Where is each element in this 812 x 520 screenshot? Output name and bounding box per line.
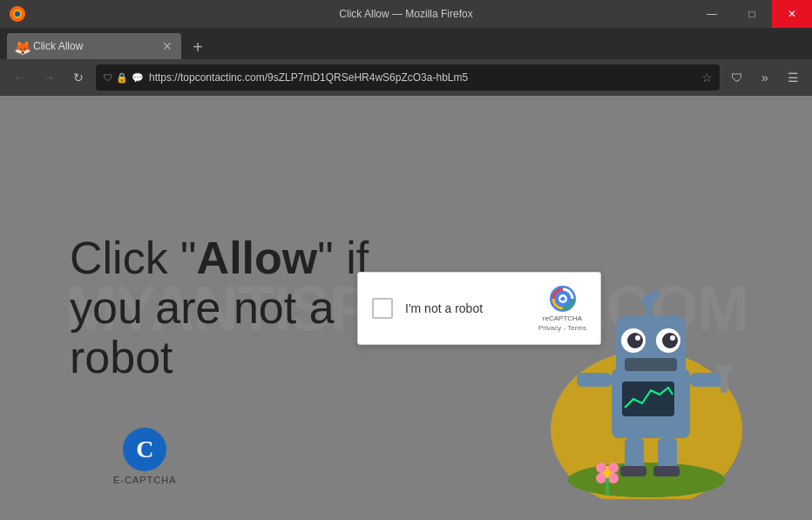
svg-rect-23 — [658, 438, 677, 469]
tab-bar: 🦊 Click Allow ✕ + — [0, 28, 812, 59]
svg-rect-31 — [606, 478, 609, 496]
svg-point-9 — [627, 333, 643, 348]
svg-rect-21 — [716, 365, 732, 372]
shield-toolbar-icon[interactable]: 🛡 — [725, 65, 749, 90]
new-tab-button[interactable]: + — [185, 35, 211, 59]
ecaptcha-logo: C E-CAPTCHA — [113, 428, 177, 485]
svg-point-11 — [635, 335, 640, 341]
recaptcha-logo-icon — [549, 285, 577, 313]
line1-prefix: Click " — [70, 233, 197, 283]
svg-rect-18 — [577, 373, 612, 387]
back-button[interactable]: ← — [7, 65, 31, 90]
recaptcha-checkbox[interactable] — [372, 298, 393, 319]
svg-point-27 — [596, 463, 606, 473]
svg-point-10 — [662, 333, 678, 348]
recaptcha-privacy-link[interactable]: Privacy — [538, 324, 561, 332]
tab-title: Click Allow — [33, 40, 155, 52]
extensions-button[interactable]: » — [753, 65, 777, 90]
minimize-button[interactable]: — — [692, 0, 732, 28]
line1-allow: Allow — [197, 233, 318, 283]
svg-point-30 — [608, 473, 619, 483]
page-content: MYANTISPYWARE.COM Click "Allow" if you a… — [0, 96, 812, 520]
svg-point-29 — [596, 473, 606, 483]
ecaptcha-label: E-CAPTCHA — [113, 475, 177, 485]
forward-button[interactable]: → — [37, 65, 61, 90]
recaptcha-brand-area: reCAPTCHA Privacy - Terms — [538, 285, 586, 332]
svg-rect-19 — [690, 373, 725, 387]
window-title: Click Allow — Mozilla Firefox — [339, 8, 472, 20]
tab-close-button[interactable]: ✕ — [160, 37, 174, 55]
window-controls: — □ ✕ — [692, 0, 812, 28]
bookmark-icon[interactable]: ☆ — [701, 71, 713, 84]
ecaptcha-icon: C — [123, 428, 166, 471]
url-bar[interactable]: 🛡 🔒 💬 https://topcontactinc.com/9sZLP7mD… — [96, 64, 720, 91]
shield-icon: 🛡 — [103, 72, 112, 83]
browser-window: Click Allow — Mozilla Firefox — □ ✕ 🦊 Cl… — [0, 0, 812, 520]
recaptcha-links: Privacy - Terms — [538, 324, 586, 332]
close-button[interactable]: ✕ — [772, 0, 812, 28]
svg-rect-17 — [622, 382, 674, 416]
menu-button[interactable]: ☰ — [781, 65, 805, 90]
tab-favicon: 🦊 — [14, 39, 28, 53]
recaptcha-brand-text: reCAPTCHA — [543, 314, 582, 322]
maximize-button[interactable]: □ — [732, 0, 772, 28]
svg-rect-22 — [625, 438, 644, 469]
main-text-line3: robot — [70, 333, 369, 382]
active-tab[interactable]: 🦊 Click Allow ✕ — [7, 33, 181, 59]
title-bar: Click Allow — Mozilla Firefox — □ ✕ — [0, 0, 812, 28]
svg-point-28 — [608, 463, 619, 473]
reload-button[interactable]: ↻ — [66, 65, 91, 90]
url-security-icons: 🛡 🔒 💬 — [103, 72, 144, 84]
toolbar-right: 🛡 » ☰ — [725, 65, 805, 90]
svg-rect-25 — [653, 466, 680, 476]
chat-icon: 💬 — [132, 72, 144, 84]
recaptcha-widget: I'm not a robot reCAPTCHA Privacy - Term — [357, 272, 601, 345]
url-text: https://topcontactinc.com/9sZLP7mD1QRSeH… — [149, 71, 696, 84]
svg-rect-16 — [625, 358, 677, 371]
firefox-logo — [9, 5, 26, 23]
lock-icon: 🔒 — [116, 72, 128, 84]
svg-rect-24 — [620, 466, 646, 476]
main-text-line1: Click "Allow" if — [70, 233, 369, 283]
address-bar: ← → ↻ 🛡 🔒 💬 https://topcontactinc.com/9s… — [0, 59, 812, 96]
recaptcha-label: I'm not a robot — [405, 301, 526, 315]
svg-point-2 — [15, 11, 20, 17]
main-text-line2: you are not a — [70, 283, 369, 333]
svg-point-4 — [568, 463, 725, 497]
main-text-block: Click "Allow" if you are not a robot — [70, 233, 369, 383]
svg-point-12 — [670, 335, 675, 341]
recaptcha-terms-link[interactable]: Terms — [567, 324, 586, 332]
